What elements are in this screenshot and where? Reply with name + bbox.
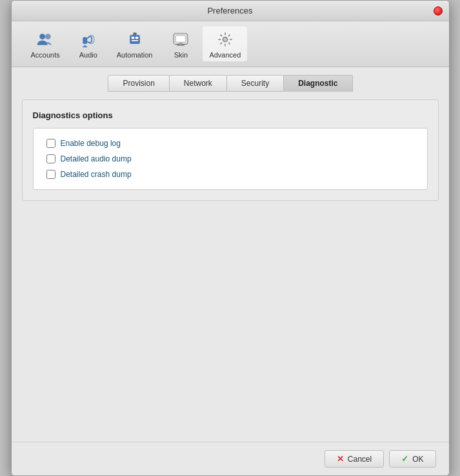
svg-rect-4 [83, 47, 87, 48]
options-box: Enable debug log Detailed audio dump Det… [33, 128, 428, 190]
svg-line-23 [228, 35, 230, 36]
audio-icon [78, 29, 99, 50]
skin-icon [170, 29, 191, 50]
close-button[interactable] [434, 6, 443, 16]
tab-network[interactable]: Network [169, 75, 227, 92]
window-title: Preferences [207, 6, 252, 16]
svg-rect-7 [135, 37, 137, 39]
svg-point-1 [45, 34, 51, 39]
tab-bar: Provision Network Security Diagnostic [22, 75, 439, 92]
debug-log-checkbox[interactable] [46, 139, 55, 148]
toolbar-item-audio[interactable]: Audio [69, 26, 108, 61]
svg-rect-14 [177, 45, 185, 46]
svg-rect-12 [176, 36, 186, 43]
skin-label: Skin [174, 51, 188, 59]
svg-point-16 [223, 37, 226, 41]
accounts-icon [35, 29, 55, 50]
ok-button[interactable]: ✓ OK [389, 450, 435, 468]
svg-point-0 [39, 34, 45, 39]
toolbar-item-automation[interactable]: Automation [110, 26, 159, 61]
svg-rect-2 [83, 37, 87, 45]
automation-label: Automation [117, 51, 153, 59]
audio-label: Audio [79, 51, 97, 59]
toolbar-item-advanced[interactable]: Advanced [203, 26, 247, 61]
accounts-label: Accounts [31, 51, 60, 59]
cancel-icon: ✕ [337, 454, 344, 464]
advanced-icon [215, 29, 235, 50]
title-bar: Preferences [12, 1, 449, 21]
debug-log-label[interactable]: Enable debug log [61, 139, 121, 148]
svg-rect-6 [131, 37, 134, 39]
content-area: Provision Network Security Diagnostic Di… [12, 67, 449, 442]
svg-line-21 [220, 35, 221, 36]
automation-icon [125, 29, 145, 50]
audio-dump-label[interactable]: Detailed audio dump [61, 154, 132, 163]
toolbar-item-accounts[interactable]: Accounts [25, 26, 66, 61]
diagnostic-panel: Diagnostics options Enable debug log Det… [22, 99, 439, 201]
option-audio-dump: Detailed audio dump [46, 154, 414, 163]
svg-rect-8 [131, 40, 138, 41]
crash-dump-label[interactable]: Detailed crash dump [61, 170, 132, 179]
preferences-window: Preferences Accounts [11, 0, 450, 476]
cancel-label: Cancel [348, 455, 372, 464]
section-title: Diagnostics options [33, 110, 428, 120]
advanced-label: Advanced [209, 51, 241, 59]
tab-diagnostic[interactable]: Diagnostic [283, 75, 352, 92]
footer: ✕ Cancel ✓ OK [12, 442, 449, 475]
svg-line-22 [228, 43, 230, 44]
audio-dump-checkbox[interactable] [46, 154, 55, 163]
ok-label: OK [412, 455, 423, 464]
crash-dump-checkbox[interactable] [46, 170, 55, 179]
toolbar: Accounts Audio [12, 21, 449, 67]
svg-line-24 [220, 43, 221, 44]
tab-provision[interactable]: Provision [108, 75, 169, 92]
ok-icon: ✓ [401, 454, 408, 464]
option-crash-dump: Detailed crash dump [46, 170, 414, 179]
cancel-button[interactable]: ✕ Cancel [325, 450, 384, 468]
tab-security[interactable]: Security [226, 75, 284, 92]
svg-rect-5 [130, 35, 140, 44]
svg-rect-9 [133, 33, 136, 36]
option-debug-log: Enable debug log [46, 139, 414, 148]
toolbar-item-skin[interactable]: Skin [161, 26, 200, 61]
